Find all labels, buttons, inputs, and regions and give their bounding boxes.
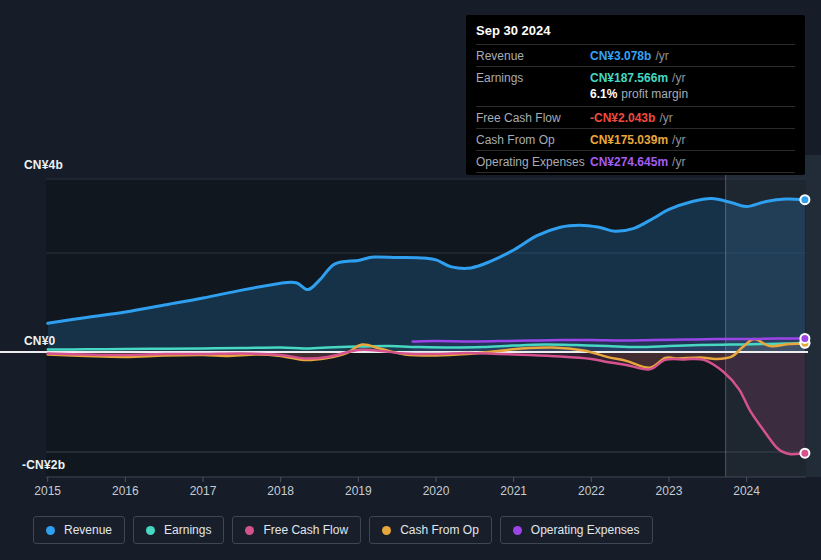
free-cash-flow-hover-marker <box>800 449 809 458</box>
legend-label: Earnings <box>164 523 211 537</box>
tooltip-suffix: /yr <box>672 71 685 85</box>
x-axis-label: 2017 <box>181 484 225 498</box>
revenue-dot-icon <box>46 526 55 535</box>
x-axis-label: 2021 <box>492 484 536 498</box>
operating-expenses-dot-icon <box>513 526 522 535</box>
legend-item-revenue[interactable]: Revenue <box>33 516 125 544</box>
legend-label: Free Cash Flow <box>263 523 348 537</box>
tooltip-label: Operating Expenses <box>476 155 590 169</box>
tooltip-row-cash-from-op: Cash From Op CN¥175.039m /yr <box>476 129 795 151</box>
cash-from-op-dot-icon <box>382 526 391 535</box>
operating-expenses-hover-marker <box>800 334 809 343</box>
free-cash-flow-dot-icon <box>245 526 254 535</box>
x-axis-label: 2016 <box>103 484 147 498</box>
legend-item-operating-expenses[interactable]: Operating Expenses <box>500 516 653 544</box>
y-axis-label-neg2b: -CN¥2b <box>22 458 65 472</box>
x-axis-label: 2020 <box>414 484 458 498</box>
y-axis-label-zero: CN¥0 <box>24 334 55 348</box>
legend-item-cash-from-op[interactable]: Cash From Op <box>369 516 492 544</box>
tooltip-label: Revenue <box>476 49 590 63</box>
legend-label: Cash From Op <box>400 523 479 537</box>
tooltip-value: CN¥187.566m <box>590 71 668 85</box>
tooltip-suffix: /yr <box>659 111 672 125</box>
tooltip-row-revenue: Revenue CN¥3.078b /yr <box>476 45 795 67</box>
legend-item-earnings[interactable]: Earnings <box>133 516 224 544</box>
tooltip-suffix: /yr <box>655 49 668 63</box>
profit-margin-text: profit margin <box>621 87 688 101</box>
tooltip-suffix: /yr <box>672 155 685 169</box>
x-axis-label: 2022 <box>569 484 613 498</box>
tooltip-date: Sep 30 2024 <box>476 15 795 45</box>
tooltip-row-operating-expenses: Operating Expenses CN¥274.645m /yr <box>476 151 795 173</box>
earnings-dot-icon <box>146 526 155 535</box>
x-axis-label: 2015 <box>26 484 70 498</box>
y-axis-label-4b: CN¥4b <box>24 158 63 172</box>
tooltip-label: Earnings <box>476 71 590 85</box>
x-axis-label: 2019 <box>336 484 380 498</box>
profit-margin-value: 6.1% <box>590 87 617 101</box>
tooltip-value: CN¥3.078b <box>590 49 651 63</box>
x-axis-label: 2023 <box>647 484 691 498</box>
legend-item-free-cash-flow[interactable]: Free Cash Flow <box>232 516 361 544</box>
tooltip-suffix: /yr <box>672 133 685 147</box>
earnings-revenue-chart-panel: CN¥4b CN¥0 -CN¥2b 2015201620172018201920… <box>0 0 821 560</box>
tooltip-label: Cash From Op <box>476 133 590 147</box>
tooltip-value: -CN¥2.043b <box>590 111 655 125</box>
x-axis-label: 2018 <box>259 484 303 498</box>
hover-tooltip: Sep 30 2024 Revenue CN¥3.078b /yr Earnin… <box>466 15 805 175</box>
x-axis-label: 2024 <box>725 484 769 498</box>
tooltip-value: CN¥175.039m <box>590 133 668 147</box>
tooltip-value: CN¥274.645m <box>590 155 668 169</box>
legend-label: Revenue <box>64 523 112 537</box>
chart-legend: Revenue Earnings Free Cash Flow Cash Fro… <box>33 516 653 544</box>
revenue-hover-marker <box>800 195 809 204</box>
tooltip-row-free-cash-flow: Free Cash Flow -CN¥2.043b /yr <box>476 107 795 129</box>
tooltip-label: Free Cash Flow <box>476 111 590 125</box>
legend-label: Operating Expenses <box>531 523 640 537</box>
tooltip-row-earnings: Earnings CN¥187.566m /yr <box>476 67 795 86</box>
tooltip-row-profit-margin: 6.1% profit margin <box>476 86 795 107</box>
